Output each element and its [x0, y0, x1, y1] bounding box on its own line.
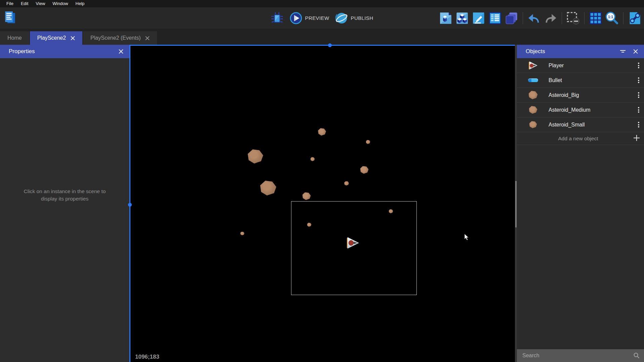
objects-filter-button[interactable]: [618, 48, 627, 55]
objects-panel: Objects Player Bullet: [517, 45, 644, 362]
toolbar-divider: [523, 12, 523, 24]
tab-playscene2-events-label: PlayScene2 (Events): [90, 35, 140, 41]
scene-properties-button[interactable]: [627, 11, 642, 26]
search-icon[interactable]: [632, 351, 644, 360]
object-row-bullet[interactable]: Bullet: [517, 73, 644, 88]
tab-playscene2[interactable]: PlayScene2: [30, 31, 82, 45]
edit-object-groups-button[interactable]: [455, 11, 470, 26]
objects-search-bar: [517, 349, 644, 362]
properties-panel-header: Properties: [0, 45, 129, 58]
deselect-selection-icon: [566, 11, 580, 25]
tab-close-icon[interactable]: [71, 36, 75, 40]
asteroid-medium-instance[interactable]: [303, 192, 311, 200]
objects-search-input[interactable]: [517, 353, 632, 359]
scene-scrollbar-horizontal[interactable]: [129, 45, 515, 46]
zoom-original-button[interactable]: 1:1: [605, 11, 619, 26]
close-icon: [633, 49, 638, 54]
asteroid-medium-icon: [526, 106, 540, 114]
tab-playscene2-events[interactable]: PlayScene2 (Events): [83, 31, 157, 45]
zoom-1-1-icon: 1:1: [605, 11, 619, 25]
object-menu-button[interactable]: [633, 120, 644, 130]
preview-button[interactable]: PREVIEW: [289, 11, 330, 25]
object-name: Asteroid_Big: [549, 92, 633, 98]
scene-scroll-thumb-horizontal[interactable]: [328, 43, 332, 47]
cursor-coordinates-label: 1096;183: [135, 354, 159, 360]
object-menu-button[interactable]: [633, 75, 644, 85]
edit-layers-button[interactable]: [504, 11, 519, 26]
asteroid-big-instance[interactable]: [248, 149, 263, 164]
edit-objects-button[interactable]: [438, 11, 453, 26]
preview-play-icon: [290, 12, 303, 25]
tab-playscene2-label: PlayScene2: [37, 35, 66, 41]
edit-layers-icon: [505, 11, 518, 25]
asteroid-small-instance[interactable]: [311, 157, 315, 161]
publish-globe-icon: [335, 12, 348, 25]
mouse-cursor-icon: [464, 233, 469, 241]
close-icon: [119, 49, 123, 54]
debugger-bug-icon: [271, 12, 284, 25]
scene-editor: 1096;183: [129, 45, 517, 362]
panel-scrollbar-thumb[interactable]: [515, 181, 517, 227]
instances-list-icon: [488, 11, 502, 25]
menu-window[interactable]: Window: [49, 0, 72, 7]
object-menu-button[interactable]: [633, 105, 644, 115]
instances-list-button[interactable]: [488, 11, 502, 26]
add-new-object-button[interactable]: Add a new object: [517, 132, 644, 145]
toolbar-divider: [623, 12, 623, 24]
scene-properties-wrench-icon: [628, 11, 641, 25]
object-name: Asteroid_Small: [549, 122, 633, 128]
object-menu-button[interactable]: [633, 61, 644, 71]
asteroid-medium-instance[interactable]: [360, 166, 369, 174]
publish-button[interactable]: PUBLISH: [334, 11, 374, 25]
menu-file[interactable]: File: [3, 0, 17, 7]
gdevelop-window: File Edit View Window Help: [0, 0, 644, 362]
properties-panel-title: Properties: [9, 48, 117, 55]
objects-panel-title: Objects: [526, 48, 618, 55]
bullet-icon: [526, 78, 540, 82]
asteroid-small-instance[interactable]: [344, 181, 349, 186]
redo-button[interactable]: [543, 11, 558, 26]
object-row-asteroid-small[interactable]: Asteroid_Small: [517, 117, 644, 132]
object-row-asteroid-medium[interactable]: Asteroid_Medium: [517, 103, 644, 117]
project-manager-button[interactable]: [3, 10, 17, 25]
asteroid-small-instance[interactable]: [240, 232, 244, 236]
debugger-button[interactable]: [270, 11, 284, 25]
object-menu-button[interactable]: [633, 90, 644, 100]
edit-objects-icon: [439, 11, 452, 25]
tab-bar: Home PlayScene2 PlayScene2 (Events): [0, 29, 644, 45]
toggle-grid-button[interactable]: [588, 11, 603, 26]
scene-scroll-thumb-vertical[interactable]: [128, 203, 132, 207]
object-name: Bullet: [549, 77, 633, 83]
menu-view[interactable]: View: [32, 0, 49, 7]
tab-home[interactable]: Home: [0, 31, 29, 45]
tab-close-icon[interactable]: [145, 36, 150, 40]
player-instance[interactable]: [347, 237, 359, 249]
grid-icon: [589, 11, 602, 25]
asteroid-small-instance[interactable]: [366, 140, 370, 144]
menu-help[interactable]: Help: [72, 0, 88, 7]
plus-icon[interactable]: [629, 134, 644, 143]
asteroid-big-instance[interactable]: [260, 181, 276, 195]
toolbar-divider: [584, 12, 585, 24]
undo-button[interactable]: [527, 11, 541, 26]
object-row-asteroid-big[interactable]: Asteroid_Big: [517, 88, 644, 103]
menu-edit[interactable]: Edit: [17, 0, 32, 7]
properties-close-button[interactable]: [117, 48, 125, 55]
player-ship-icon: [526, 62, 540, 70]
asteroid-medium-instance[interactable]: [318, 128, 326, 136]
svg-text:1:1: 1:1: [608, 15, 613, 19]
menu-bar: File Edit View Window Help: [0, 0, 644, 7]
preview-label: PREVIEW: [305, 15, 329, 21]
toolbar-divider: [562, 12, 562, 24]
deselect-all-button[interactable]: [566, 11, 580, 26]
asteroid-big-icon: [526, 91, 540, 99]
properties-panel: Properties Click on an instance in the s…: [0, 45, 129, 362]
properties-empty-message: Click on an instance in the scene to dis…: [0, 188, 129, 203]
scene-canvas[interactable]: 1096;183: [130, 46, 515, 362]
objects-close-button[interactable]: [632, 48, 639, 55]
objects-panel-header: Objects: [517, 45, 644, 58]
edit-properties-pencil-icon: [472, 11, 485, 25]
edit-properties-button[interactable]: [471, 11, 486, 26]
panel-scrollbar-track[interactable]: [515, 45, 517, 362]
object-row-player[interactable]: Player: [517, 58, 644, 73]
